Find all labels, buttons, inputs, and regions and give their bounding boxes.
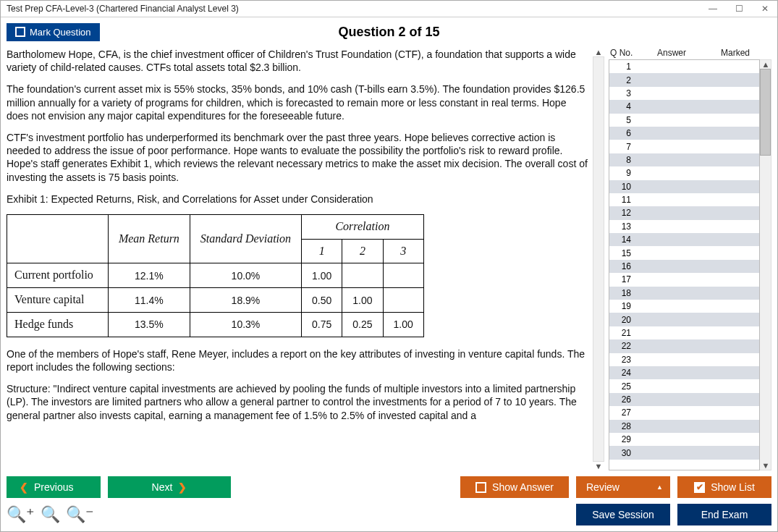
minimize-icon[interactable]: — [706, 4, 719, 14]
scroll-up-icon[interactable]: ▲ [760, 60, 771, 69]
qlist-rows[interactable]: 1234567891011121314151617181920212223242… [609, 59, 760, 470]
qlist-qno: 25 [609, 381, 638, 392]
save-session-label: Save Session [592, 509, 654, 520]
qlist-row[interactable]: 24 [609, 366, 759, 379]
qlist-row[interactable]: 30 [609, 446, 759, 459]
qlist-row[interactable]: 27 [609, 406, 759, 419]
qlist-row[interactable]: 19 [609, 300, 759, 313]
question-list-panel: Q No. Answer Marked 12345678910111213141… [609, 48, 771, 470]
qlist-row[interactable]: 12 [609, 206, 759, 219]
qlist-row[interactable]: 9 [609, 166, 759, 180]
scroll-down-icon[interactable]: ▼ [593, 462, 604, 470]
qlist-qno: 28 [609, 421, 638, 431]
qlist-row[interactable]: 29 [609, 433, 759, 446]
subcol-3: 3 [383, 239, 423, 263]
qlist-row[interactable]: 13 [609, 220, 759, 233]
qlist-row[interactable]: 10 [609, 180, 759, 193]
titlebar: Test Prep CFA-Level-3 (Chartered Financi… [1, 1, 777, 17]
content-area: Mark Question Question 2 of 15 Bartholom… [1, 17, 777, 531]
question-position: Question 2 of 15 [338, 25, 439, 40]
passage-p2: The foundation's current asset mix is 55… [7, 83, 590, 122]
qlist-row[interactable]: 18 [609, 287, 759, 300]
qlist-row[interactable]: 6 [609, 127, 759, 140]
qlist-row[interactable]: 2 [609, 73, 759, 86]
bottom-bar-2: 🔍⁺ 🔍 🔍⁻ Save Session End Exam [7, 504, 771, 525]
exhibit-table: Mean Return Standard Deviation Correlati… [7, 214, 424, 337]
zoom-in-icon[interactable]: 🔍⁺ [7, 505, 35, 524]
show-list-button[interactable]: ✔ Show List [677, 476, 771, 498]
scroll-thumb[interactable] [760, 69, 771, 156]
qlist-row[interactable]: 16 [609, 260, 759, 273]
qlist-row[interactable]: 4 [609, 100, 759, 113]
checkbox-checked-icon: ✔ [694, 482, 705, 493]
scroll-down-icon[interactable]: ▼ [760, 461, 771, 470]
qlist-row[interactable]: 15 [609, 246, 759, 259]
qlist-qno: 20 [609, 315, 638, 325]
qlist-qno: 6 [609, 128, 638, 138]
chevron-left-icon: ❮ [20, 481, 28, 493]
qlist-row[interactable]: 17 [609, 273, 759, 286]
next-button[interactable]: Next ❯ [108, 476, 231, 498]
col-correlation: Correlation [302, 214, 424, 239]
qlist-qno: 7 [609, 142, 638, 152]
qlist-qno: 30 [609, 448, 638, 458]
qlist-qno: 16 [609, 261, 638, 271]
passage-scrollbar[interactable]: ▲ ▼ [593, 48, 604, 470]
qlist-row[interactable]: 5 [609, 114, 759, 127]
qlist-qno: 22 [609, 341, 638, 351]
close-icon[interactable]: ✕ [758, 4, 771, 14]
passage-p5: Structure: "Indirect venture capital inv… [7, 382, 590, 422]
qlist-scrollbar[interactable]: ▲ ▼ [760, 59, 771, 470]
passage-p1: Bartholomew Hope, CFA, is the chief inve… [7, 48, 590, 74]
qlist-row[interactable]: 21 [609, 326, 759, 339]
table-row: Venture capital 11.4% 18.9% 0.50 1.00 [7, 288, 424, 313]
scroll-track[interactable] [593, 56, 604, 462]
show-list-label: Show List [711, 481, 755, 493]
passage-p3: CTF's investment portfolio has underperf… [7, 131, 590, 184]
subcol-2: 2 [342, 239, 383, 263]
table-blank-head [7, 214, 109, 263]
qlist-row[interactable]: 28 [609, 420, 759, 433]
head-qno: Q No. [610, 48, 643, 58]
passage-wrap: Bartholomew Hope, CFA, is the chief inve… [7, 48, 593, 470]
zoom-out-icon[interactable]: 🔍⁻ [66, 505, 94, 524]
show-answer-button[interactable]: Show Answer [460, 476, 569, 498]
head-marked: Marked [701, 48, 770, 58]
qlist-row[interactable]: 20 [609, 313, 759, 326]
show-answer-label: Show Answer [492, 481, 554, 493]
table-row: Current portfolio 12.1% 10.0% 1.00 [7, 263, 424, 288]
qlist-row[interactable]: 25 [609, 379, 759, 392]
qlist-qno: 19 [609, 301, 638, 311]
qlist-row[interactable]: 22 [609, 339, 759, 352]
qlist-qno: 8 [609, 155, 638, 165]
qlist-row[interactable]: 14 [609, 233, 759, 246]
caret-up-icon: ▲ [656, 484, 663, 491]
qlist-row[interactable]: 3 [609, 87, 759, 100]
qlist-row[interactable]: 7 [609, 140, 759, 153]
save-session-button[interactable]: Save Session [576, 504, 670, 525]
qlist-row[interactable]: 8 [609, 153, 759, 166]
qlist-qno: 21 [609, 328, 638, 338]
window-title: Test Prep CFA-Level-3 (Chartered Financi… [7, 4, 239, 14]
qlist-row[interactable]: 26 [609, 393, 759, 406]
qlist-qno: 26 [609, 394, 638, 405]
qlist-row[interactable]: 11 [609, 193, 759, 206]
qlist-qno: 4 [609, 101, 638, 111]
qlist-qno: 1 [609, 62, 638, 72]
mark-question-label: Mark Question [30, 27, 91, 38]
mark-question-button[interactable]: Mark Question [7, 23, 100, 41]
review-button[interactable]: Review ▲ [576, 476, 670, 498]
maximize-icon[interactable]: ☐ [732, 4, 745, 14]
bottom-bar-1: ❮ Previous Next ❯ Show Answer Review ▲ ✔… [7, 476, 771, 498]
scroll-up-icon[interactable]: ▲ [593, 48, 604, 56]
qlist-row[interactable]: 23 [609, 353, 759, 366]
previous-button[interactable]: ❮ Previous [7, 476, 101, 498]
qlist-qno: 13 [609, 221, 638, 232]
qlist-row[interactable]: 1 [609, 60, 759, 73]
end-exam-button[interactable]: End Exam [677, 504, 771, 525]
passage-scroll[interactable]: Bartholomew Hope, CFA, is the chief inve… [7, 48, 593, 470]
chevron-right-icon: ❯ [178, 481, 187, 493]
subcol-1: 1 [302, 239, 342, 263]
zoom-reset-icon[interactable]: 🔍 [41, 505, 60, 524]
qlist-qno: 3 [609, 88, 638, 98]
